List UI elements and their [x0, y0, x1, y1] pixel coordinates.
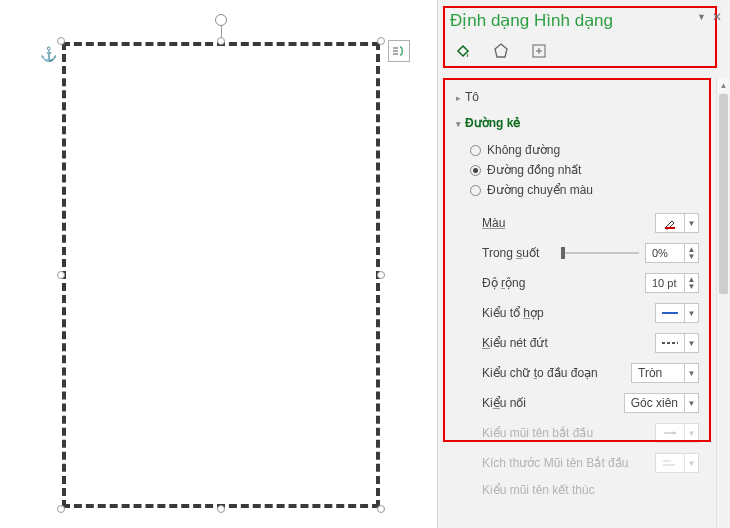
prop-arrow-begin: Kiểu mũi tên bắt đầu ▼ [482, 418, 699, 448]
prop-transparency: Trong suốt 0% ▲▼ [482, 238, 699, 268]
prop-width-label: Độ rộng [482, 276, 525, 290]
prop-arrow-begin-size: Kích thước Mũi tên Bắt đầu ▼ [482, 448, 699, 478]
join-dropdown[interactable]: Góc xiên ▼ [624, 393, 699, 413]
section-line-label: Đường kẻ [465, 116, 520, 130]
radio-gradient-line[interactable]: Đường chuyển màu [470, 180, 703, 200]
transparency-input[interactable]: 0% ▲▼ [645, 243, 699, 263]
panel-scrollbar[interactable]: ▲ [716, 78, 730, 528]
panel-body: Tô Đường kẻ Không đường Đường đồng nhất … [438, 78, 717, 528]
dash-icon [656, 338, 684, 348]
cap-dropdown[interactable]: Tròn ▼ [631, 363, 699, 383]
section-fill-label: Tô [465, 90, 479, 104]
radio-gradient-line-label: Đường chuyển màu [487, 183, 593, 197]
rotate-connector [221, 26, 222, 37]
prop-arrow-begin-label: Kiểu mũi tên bắt đầu [482, 426, 593, 440]
prop-compound: Kiểu tổ hợp ▼ [482, 298, 699, 328]
anchor-icon: ⚓ [40, 46, 57, 62]
resize-handle-tl[interactable] [57, 37, 65, 45]
prop-arrow-end-label: Kiểu mũi tên kết thúc [482, 483, 595, 497]
chevron-down-icon: ▼ [684, 214, 698, 232]
chevron-down-icon: ▼ [684, 454, 698, 472]
resize-handle-tm[interactable] [217, 37, 225, 45]
layout-options-icon[interactable] [388, 40, 410, 62]
effects-tab-icon[interactable] [490, 40, 512, 62]
radio-no-line[interactable]: Không đường [470, 140, 703, 160]
chevron-down-icon: ▼ [684, 364, 698, 382]
prop-compound-label: Kiểu tổ hợp [482, 306, 544, 320]
document-canvas[interactable]: ⚓ [0, 0, 437, 528]
resize-handle-tr[interactable] [377, 37, 385, 45]
radio-icon [470, 145, 481, 156]
prop-width: Độ rộng 10 pt ▲▼ [482, 268, 699, 298]
prop-arrow-begin-size-label: Kích thước Mũi tên Bắt đầu [482, 456, 628, 470]
resize-handle-mr[interactable] [377, 271, 385, 279]
arrow-begin-size-dropdown: ▼ [655, 453, 699, 473]
selected-shape[interactable] [62, 42, 380, 508]
resize-handle-br[interactable] [377, 505, 385, 513]
fill-line-tab-icon[interactable] [452, 40, 474, 62]
chevron-down-icon: ▼ [684, 394, 698, 412]
prop-arrow-end: Kiểu mũi tên kết thúc [482, 478, 699, 502]
spinner-icon[interactable]: ▲▼ [684, 274, 698, 292]
cap-value: Tròn [632, 366, 684, 380]
svg-marker-0 [495, 44, 507, 57]
prop-color-label: Màu [482, 216, 505, 230]
width-input[interactable]: 10 pt ▲▼ [645, 273, 699, 293]
compound-dropdown[interactable]: ▼ [655, 303, 699, 323]
rotate-handle[interactable] [215, 14, 227, 26]
prop-join-label: Kiểu nối [482, 396, 526, 410]
chevron-down-icon: ▼ [684, 334, 698, 352]
close-panel-button[interactable]: ✕ [712, 10, 722, 24]
scroll-thumb[interactable] [719, 94, 728, 294]
section-line[interactable]: Đường kẻ [456, 110, 703, 136]
transparency-slider[interactable] [561, 246, 639, 260]
shape-rectangle[interactable] [62, 42, 380, 508]
format-shape-panel: Định dạng Hình dạng ▼ ✕ Tô Đường kẻ Khôn… [437, 0, 730, 528]
resize-handle-ml[interactable] [57, 271, 65, 279]
arrow-begin-dropdown: ▼ [655, 423, 699, 443]
panel-menu-dropdown[interactable]: ▼ [697, 12, 706, 22]
radio-no-line-label: Không đường [487, 143, 560, 157]
spinner-icon[interactable]: ▲▼ [684, 244, 698, 262]
join-value: Góc xiên [625, 396, 684, 410]
dash-dropdown[interactable]: ▼ [655, 333, 699, 353]
prop-join: Kiểu nối Góc xiên ▼ [482, 388, 699, 418]
radio-solid-line-label: Đường đồng nhất [487, 163, 581, 177]
radio-icon [470, 165, 481, 176]
color-picker[interactable]: ▼ [655, 213, 699, 233]
chevron-down-icon: ▼ [684, 424, 698, 442]
arrow-begin-icon [656, 428, 684, 438]
prop-dash: Kiểu nét đứt ▼ [482, 328, 699, 358]
compound-icon [656, 308, 684, 318]
size-layout-tab-icon[interactable] [528, 40, 550, 62]
arrow-size-icon [656, 458, 684, 468]
chevron-down-icon: ▼ [684, 304, 698, 322]
svg-rect-2 [665, 227, 675, 229]
radio-icon [470, 185, 481, 196]
prop-cap: Kiểu chữ to đầu đoạn Tròn ▼ [482, 358, 699, 388]
prop-cap-label: Kiểu chữ to đầu đoạn [482, 366, 598, 380]
resize-handle-bl[interactable] [57, 505, 65, 513]
prop-color: Màu ▼ [482, 208, 699, 238]
scroll-up-button[interactable]: ▲ [717, 78, 730, 92]
width-value: 10 pt [646, 277, 684, 289]
pencil-icon [656, 216, 684, 230]
section-fill[interactable]: Tô [456, 84, 703, 110]
radio-solid-line[interactable]: Đường đồng nhất [470, 160, 703, 180]
prop-dash-label: Kiểu nét đứt [482, 336, 548, 350]
prop-transparency-label: Trong suốt [482, 246, 539, 260]
transparency-value: 0% [646, 247, 684, 259]
panel-title: Định dạng Hình dạng [450, 10, 613, 31]
resize-handle-bm[interactable] [217, 505, 225, 513]
